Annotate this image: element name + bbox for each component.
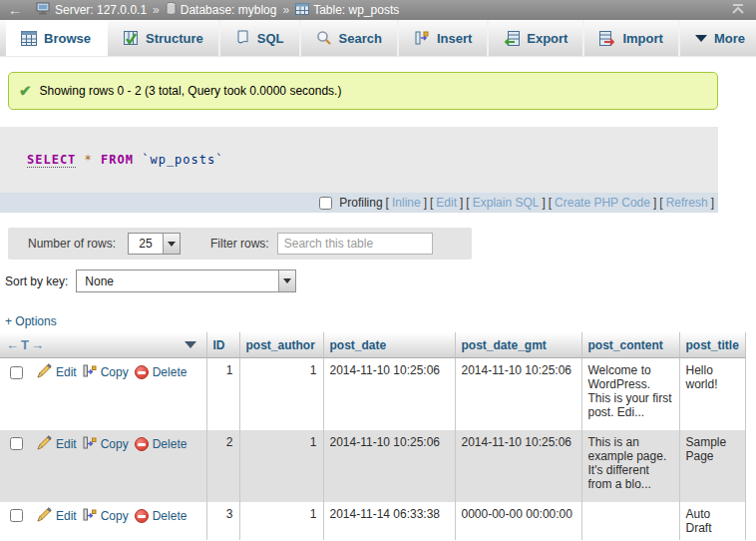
cell-post-date: 2014-11-10 10:25:06 [323,358,455,430]
sql-query-text: SELECT * FROM `wp_posts` [0,127,718,193]
create-php-code-link[interactable]: Create PHP Code [555,196,650,210]
edit-query-link[interactable]: Edit [436,196,457,210]
copy-icon [83,363,97,381]
column-header-post-title[interactable]: post_title [679,332,745,358]
tab-sql-label: SQL [257,31,284,46]
tab-browse[interactable]: Browse [6,20,108,56]
cell-post-date-gmt: 0000-00-00 00:00:00 [455,502,581,540]
breadcrumb-server[interactable]: Server: 127.0.0.1 [36,2,147,18]
filter-rows-input[interactable] [277,233,433,255]
collapse-icon[interactable] [730,2,746,19]
tab-more-label: More [714,31,745,46]
number-of-rows-select[interactable]: 25 [128,233,181,255]
delete-icon [135,437,149,451]
status-message: ✔ Showing rows 0 - 2 (3 total, Query too… [8,72,718,110]
sort-row: Sort by key: None [5,270,756,292]
success-check-icon: ✔ [19,82,32,100]
column-header-post-author[interactable]: post_author [239,332,323,358]
database-icon [166,2,177,18]
refresh-link[interactable]: Refresh [666,196,708,210]
rows-control-bar: Number of rows: 25 Filter rows: [8,228,472,260]
sort-by-key-label: Sort by key: [5,274,68,288]
cell-post-title: Auto Draft [679,502,745,540]
tab-browse-label: Browse [44,31,91,46]
delete-button[interactable]: Delete [135,437,188,451]
column-header-post-date[interactable]: post_date [323,332,455,358]
column-header-post-date-gmt[interactable]: post_date_gmt [455,332,581,358]
edit-button[interactable]: Edit [37,507,77,525]
sort-by-key-value: None [77,270,278,291]
cell-id: 3 [206,502,239,540]
copy-label: Copy [101,437,129,451]
tab-structure-label: Structure [146,31,203,46]
bracket: ] [653,196,656,210]
table-row: Edit Copy Delete 2 1 2014-11-10 10:25:06… [0,430,745,502]
tab-search[interactable]: Search [301,20,399,56]
select-dropdown-icon [163,234,180,254]
profiling-checkbox[interactable] [319,197,332,210]
pencil-icon [37,435,52,453]
sql-keyword-select: SELECT [27,153,76,168]
server-icon [36,2,51,18]
tab-bar: Browse Structure SQL Search Insert Expor… [0,20,756,57]
breadcrumb-table[interactable]: Table: wp_posts [295,3,399,18]
tab-insert-label: Insert [437,31,472,46]
row-checkbox[interactable] [10,509,23,522]
bracket: [ [466,196,469,210]
bracket: ] [460,196,463,210]
sort-by-key-select[interactable]: None [76,270,296,292]
inline-link[interactable]: Inline [392,196,421,210]
cell-post-author: 1 [239,358,323,430]
cell-post-content [581,502,679,540]
row-checkbox[interactable] [10,437,23,450]
tab-sql[interactable]: SQL [220,20,301,56]
delete-icon [135,509,149,523]
cell-post-content: Welcome to WordPress. This is your first… [581,358,679,430]
profiling-label: Profiling [339,196,382,210]
edit-button[interactable]: Edit [37,363,77,381]
copy-label: Copy [101,509,129,523]
tab-export[interactable]: Export [489,20,584,56]
copy-button[interactable]: Copy [83,507,129,525]
breadcrumb-table-label: Table: wp_posts [313,3,399,17]
query-actions-bar: Profiling [ Inline ] [ Edit ] [ Explain … [0,193,718,213]
column-header-post-content[interactable]: post_content [581,332,679,358]
breadcrumb-database-label: Database: myblog [181,3,277,17]
delete-label: Delete [153,365,188,379]
relational-display-icon[interactable]: ←T→ [6,337,46,352]
tab-export-label: Export [527,31,567,46]
bracket: [ [549,196,552,210]
tab-more[interactable]: More [680,20,756,56]
cell-post-date: 2014-11-10 10:25:06 [323,430,455,502]
back-arrow-icon[interactable]: ← [8,3,22,17]
export-icon [504,31,520,46]
table-row: Edit Copy Delete 1 1 2014-11-10 10:25:06… [0,358,745,430]
insert-icon [414,30,430,46]
delete-button[interactable]: Delete [135,509,188,523]
row-checkbox[interactable] [10,366,23,379]
copy-button[interactable]: Copy [83,363,129,381]
table-icon [295,3,309,18]
breadcrumb-database[interactable]: Database: myblog [166,2,277,18]
cell-post-title: Hello world! [679,358,745,430]
explain-sql-link[interactable]: Explain SQL [473,196,540,210]
tab-import[interactable]: Import [584,20,679,56]
sort-dropdown-icon[interactable] [185,341,196,348]
sql-query-box: SELECT * FROM `wp_posts` Profiling [ Inl… [0,127,718,213]
status-message-text: Showing rows 0 - 2 (3 total, Query took … [40,84,342,98]
cell-post-author: 1 [239,430,323,502]
copy-button[interactable]: Copy [83,435,129,453]
chevron-down-icon [695,35,707,42]
copy-icon [83,507,97,525]
column-header-id[interactable]: ID [206,332,239,358]
tab-insert[interactable]: Insert [399,20,489,56]
edit-label: Edit [56,365,77,379]
actions-header: ←T→ [0,332,206,358]
sql-table-identifier: `wp_posts` [142,153,223,167]
tab-structure[interactable]: Structure [108,20,220,56]
edit-button[interactable]: Edit [37,435,77,453]
cell-post-content: This is an example page. It's different … [581,430,679,502]
options-toggle[interactable]: + Options [5,314,57,328]
delete-button[interactable]: Delete [135,365,188,379]
sql-icon [235,30,250,46]
